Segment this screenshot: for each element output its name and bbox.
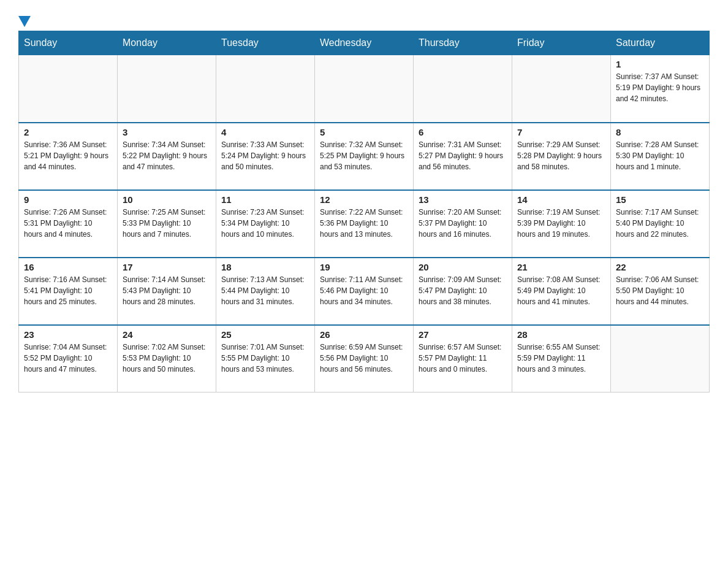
calendar-cell — [512, 55, 611, 123]
day-header-monday: Monday — [118, 31, 216, 55]
day-number: 7 — [517, 127, 605, 137]
day-info: Sunrise: 7:01 AM Sunset: 5:55 PM Dayligh… — [221, 342, 309, 375]
day-info: Sunrise: 7:20 AM Sunset: 5:37 PM Dayligh… — [419, 207, 507, 240]
day-number: 15 — [616, 194, 704, 205]
day-number: 19 — [320, 262, 408, 272]
calendar-cell: 17Sunrise: 7:14 AM Sunset: 5:43 PM Dayli… — [118, 258, 216, 325]
calendar-week-row: 9Sunrise: 7:26 AM Sunset: 5:31 PM Daylig… — [19, 190, 710, 258]
calendar-cell: 28Sunrise: 6:55 AM Sunset: 5:59 PM Dayli… — [512, 325, 611, 393]
calendar-cell — [216, 55, 315, 123]
calendar-cell — [611, 325, 710, 393]
day-number: 11 — [221, 194, 309, 205]
page-header — [18, 12, 710, 25]
calendar-cell: 12Sunrise: 7:22 AM Sunset: 5:36 PM Dayli… — [315, 190, 414, 258]
day-info: Sunrise: 7:14 AM Sunset: 5:43 PM Dayligh… — [123, 274, 211, 307]
day-number: 23 — [24, 329, 112, 340]
calendar-cell: 7Sunrise: 7:29 AM Sunset: 5:28 PM Daylig… — [512, 123, 611, 190]
day-number: 3 — [123, 127, 211, 137]
days-header-row: SundayMondayTuesdayWednesdayThursdayFrid… — [19, 31, 710, 55]
day-number: 13 — [419, 194, 507, 205]
day-number: 18 — [221, 262, 309, 272]
day-number: 2 — [24, 127, 112, 137]
calendar-cell: 22Sunrise: 7:06 AM Sunset: 5:50 PM Dayli… — [611, 258, 710, 325]
calendar-cell: 3Sunrise: 7:34 AM Sunset: 5:22 PM Daylig… — [118, 123, 216, 190]
calendar-week-row: 23Sunrise: 7:04 AM Sunset: 5:52 PM Dayli… — [19, 325, 710, 393]
day-number: 14 — [517, 194, 605, 205]
day-info: Sunrise: 7:37 AM Sunset: 5:19 PM Dayligh… — [616, 71, 704, 104]
day-info: Sunrise: 7:29 AM Sunset: 5:28 PM Dayligh… — [517, 139, 605, 172]
day-info: Sunrise: 7:26 AM Sunset: 5:31 PM Dayligh… — [24, 207, 112, 240]
logo — [18, 12, 31, 25]
calendar-week-row: 1Sunrise: 7:37 AM Sunset: 5:19 PM Daylig… — [19, 55, 710, 123]
calendar-cell: 11Sunrise: 7:23 AM Sunset: 5:34 PM Dayli… — [216, 190, 315, 258]
day-number: 20 — [419, 262, 507, 272]
day-info: Sunrise: 7:06 AM Sunset: 5:50 PM Dayligh… — [616, 274, 704, 307]
day-number: 6 — [419, 127, 507, 137]
day-number: 1 — [616, 59, 704, 69]
day-header-saturday: Saturday — [611, 31, 710, 55]
day-number: 22 — [616, 262, 704, 272]
day-info: Sunrise: 7:31 AM Sunset: 5:27 PM Dayligh… — [419, 139, 507, 172]
day-number: 26 — [320, 329, 408, 340]
day-info: Sunrise: 7:02 AM Sunset: 5:53 PM Dayligh… — [123, 342, 211, 375]
calendar-cell: 10Sunrise: 7:25 AM Sunset: 5:33 PM Dayli… — [118, 190, 216, 258]
calendar-cell: 8Sunrise: 7:28 AM Sunset: 5:30 PM Daylig… — [611, 123, 710, 190]
calendar-week-row: 2Sunrise: 7:36 AM Sunset: 5:21 PM Daylig… — [19, 123, 710, 190]
calendar-cell: 20Sunrise: 7:09 AM Sunset: 5:47 PM Dayli… — [414, 258, 512, 325]
day-info: Sunrise: 7:22 AM Sunset: 5:36 PM Dayligh… — [320, 207, 408, 240]
calendar-cell — [19, 55, 118, 123]
day-info: Sunrise: 7:36 AM Sunset: 5:21 PM Dayligh… — [24, 139, 112, 172]
day-info: Sunrise: 7:19 AM Sunset: 5:39 PM Dayligh… — [517, 207, 605, 240]
day-number: 21 — [517, 262, 605, 272]
calendar-cell: 27Sunrise: 6:57 AM Sunset: 5:57 PM Dayli… — [414, 325, 512, 393]
day-info: Sunrise: 7:17 AM Sunset: 5:40 PM Dayligh… — [616, 207, 704, 240]
calendar-cell — [118, 55, 216, 123]
day-number: 25 — [221, 329, 309, 340]
day-info: Sunrise: 7:34 AM Sunset: 5:22 PM Dayligh… — [123, 139, 211, 172]
day-info: Sunrise: 6:57 AM Sunset: 5:57 PM Dayligh… — [419, 342, 507, 375]
calendar-cell: 6Sunrise: 7:31 AM Sunset: 5:27 PM Daylig… — [414, 123, 512, 190]
day-info: Sunrise: 7:33 AM Sunset: 5:24 PM Dayligh… — [221, 139, 309, 172]
logo-triangle-icon — [18, 16, 31, 27]
calendar-cell: 4Sunrise: 7:33 AM Sunset: 5:24 PM Daylig… — [216, 123, 315, 190]
calendar-cell — [414, 55, 512, 123]
day-number: 9 — [24, 194, 112, 205]
calendar-cell: 19Sunrise: 7:11 AM Sunset: 5:46 PM Dayli… — [315, 258, 414, 325]
calendar-week-row: 16Sunrise: 7:16 AM Sunset: 5:41 PM Dayli… — [19, 258, 710, 325]
day-info: Sunrise: 7:25 AM Sunset: 5:33 PM Dayligh… — [123, 207, 211, 240]
day-header-tuesday: Tuesday — [216, 31, 315, 55]
day-info: Sunrise: 7:09 AM Sunset: 5:47 PM Dayligh… — [419, 274, 507, 307]
calendar-cell: 2Sunrise: 7:36 AM Sunset: 5:21 PM Daylig… — [19, 123, 118, 190]
calendar-cell: 23Sunrise: 7:04 AM Sunset: 5:52 PM Dayli… — [19, 325, 118, 393]
day-number: 17 — [123, 262, 211, 272]
calendar-cell: 15Sunrise: 7:17 AM Sunset: 5:40 PM Dayli… — [611, 190, 710, 258]
day-number: 5 — [320, 127, 408, 137]
day-header-sunday: Sunday — [19, 31, 118, 55]
calendar-cell: 14Sunrise: 7:19 AM Sunset: 5:39 PM Dayli… — [512, 190, 611, 258]
calendar-cell — [315, 55, 414, 123]
calendar-cell: 25Sunrise: 7:01 AM Sunset: 5:55 PM Dayli… — [216, 325, 315, 393]
day-info: Sunrise: 7:11 AM Sunset: 5:46 PM Dayligh… — [320, 274, 408, 307]
day-info: Sunrise: 7:16 AM Sunset: 5:41 PM Dayligh… — [24, 274, 112, 307]
day-number: 12 — [320, 194, 408, 205]
day-number: 24 — [123, 329, 211, 340]
day-info: Sunrise: 7:23 AM Sunset: 5:34 PM Dayligh… — [221, 207, 309, 240]
day-header-friday: Friday — [512, 31, 611, 55]
calendar-cell: 9Sunrise: 7:26 AM Sunset: 5:31 PM Daylig… — [19, 190, 118, 258]
calendar-cell: 26Sunrise: 6:59 AM Sunset: 5:56 PM Dayli… — [315, 325, 414, 393]
calendar-cell: 5Sunrise: 7:32 AM Sunset: 5:25 PM Daylig… — [315, 123, 414, 190]
day-number: 10 — [123, 194, 211, 205]
day-number: 27 — [419, 329, 507, 340]
calendar-cell: 24Sunrise: 7:02 AM Sunset: 5:53 PM Dayli… — [118, 325, 216, 393]
day-info: Sunrise: 7:28 AM Sunset: 5:30 PM Dayligh… — [616, 139, 704, 172]
day-info: Sunrise: 7:04 AM Sunset: 5:52 PM Dayligh… — [24, 342, 112, 375]
calendar-cell: 1Sunrise: 7:37 AM Sunset: 5:19 PM Daylig… — [611, 55, 710, 123]
calendar-cell: 13Sunrise: 7:20 AM Sunset: 5:37 PM Dayli… — [414, 190, 512, 258]
day-header-thursday: Thursday — [414, 31, 512, 55]
day-header-wednesday: Wednesday — [315, 31, 414, 55]
calendar-cell: 18Sunrise: 7:13 AM Sunset: 5:44 PM Dayli… — [216, 258, 315, 325]
day-number: 4 — [221, 127, 309, 137]
calendar-cell: 16Sunrise: 7:16 AM Sunset: 5:41 PM Dayli… — [19, 258, 118, 325]
calendar-table: SundayMondayTuesdayWednesdayThursdayFrid… — [18, 31, 710, 393]
day-info: Sunrise: 7:13 AM Sunset: 5:44 PM Dayligh… — [221, 274, 309, 307]
